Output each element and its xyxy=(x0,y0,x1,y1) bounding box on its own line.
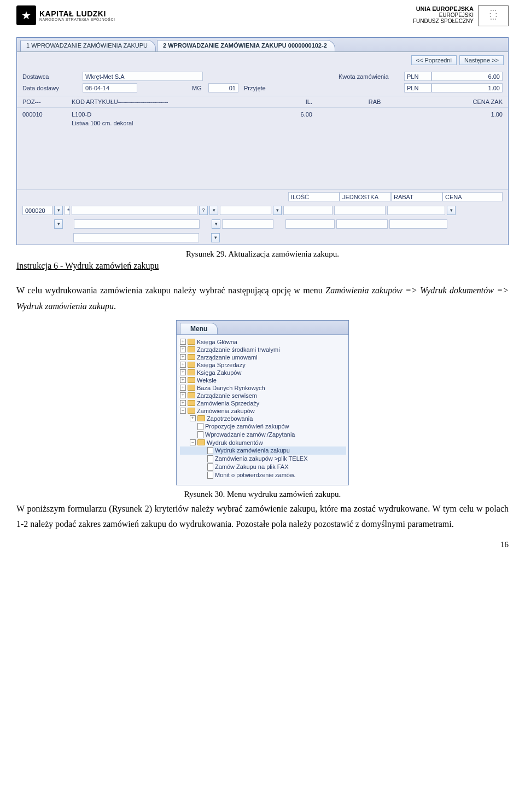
entry-ilosc2[interactable] xyxy=(222,219,273,229)
tree-item[interactable]: +Zarządzanie serwisem xyxy=(180,392,346,399)
next-button[interactable]: Następne >> xyxy=(459,55,504,65)
expand-icon[interactable]: + xyxy=(180,339,186,345)
label-przyjete: Przyjęte xyxy=(244,85,279,91)
field-data-dostawy[interactable]: 08-04-14 xyxy=(83,83,137,92)
expand-icon[interactable]: + xyxy=(180,400,186,406)
tree-item[interactable]: +Baza Danych Rynkowych xyxy=(180,384,346,392)
order-form-screenshot: 1 WPROWADZANIE ZAMÓWIENIA ZAKUPU 2 WPROW… xyxy=(16,37,509,245)
col-cena: CENA ZAK xyxy=(437,98,503,105)
tree-item[interactable]: Wprowadzanie zamów./Zapytania xyxy=(180,431,346,439)
table-row[interactable]: 000010 L100-D 6.00 1.00 xyxy=(22,110,503,119)
entry-rabat2[interactable] xyxy=(336,219,388,229)
expand-icon[interactable]: + xyxy=(180,362,186,368)
dropdown-icon[interactable]: ▾ xyxy=(54,219,63,229)
cell-poz: 000010 xyxy=(22,111,72,118)
tree-label: Zarządzanie środkami trwałymi xyxy=(197,346,280,353)
dropdown-icon[interactable]: ▾ xyxy=(211,233,220,242)
expand-icon[interactable]: + xyxy=(180,377,186,383)
dropdown-icon[interactable]: ▾ xyxy=(447,206,456,215)
dropdown-icon[interactable]: ▾ xyxy=(54,206,63,215)
expand-icon[interactable]: + xyxy=(180,369,186,375)
entry-headers: ILOŚĆ JEDNOSTKA RABAT CENA xyxy=(17,190,508,204)
tree-item[interactable]: Zamów Zakupu na plik FAX xyxy=(180,463,346,471)
entry-jednostka2[interactable] xyxy=(285,219,335,229)
entry-rabat[interactable] xyxy=(334,206,386,215)
tree-label: Księga Główna xyxy=(197,339,237,345)
expand-icon[interactable]: + xyxy=(180,392,186,398)
kl-title: KAPITAŁ LUDZKI xyxy=(39,10,115,18)
tree-item[interactable]: +Księga Zakupów xyxy=(180,369,346,376)
help-icon[interactable]: ? xyxy=(199,206,208,215)
tree-item[interactable]: +Zarządzanie środkami trwałymi xyxy=(180,346,346,353)
file-icon xyxy=(197,423,203,430)
paragraph-1: W celu wydrukowania zamówienia zakupu na… xyxy=(16,283,509,315)
entry-text2[interactable] xyxy=(74,219,200,229)
entry-num[interactable]: 000020 xyxy=(22,206,52,215)
tree-label: Zapotrzebowania xyxy=(207,415,253,422)
tree-item[interactable]: +Zapotrzebowania xyxy=(180,415,346,422)
field-amount1: 6.00 xyxy=(431,72,503,81)
tree-item[interactable]: +Księga Sprzedaży xyxy=(180,361,346,369)
tree-label: Zarządzanie umowami xyxy=(197,354,258,361)
tree-item-selected[interactable]: Wydruk zamówienia zakupu xyxy=(180,446,346,455)
dropdown-icon[interactable]: ▾ xyxy=(273,206,282,215)
tree-label: Monit o potwierdzenie zamów. xyxy=(215,472,295,478)
tree-item[interactable]: Zamówienia zakupów >plik TELEX xyxy=(180,455,346,463)
entry-row-3: ▾ xyxy=(17,231,508,245)
entry-text3[interactable] xyxy=(73,233,199,242)
file-icon xyxy=(207,472,213,479)
entry-text[interactable] xyxy=(72,206,197,215)
head-cena: CENA xyxy=(442,192,503,201)
label-dostawca: Dostawca xyxy=(22,73,83,80)
collapse-icon[interactable]: − xyxy=(180,408,186,414)
entry-star[interactable]: * xyxy=(65,206,70,215)
entry-cena[interactable] xyxy=(387,206,445,215)
para1-part-a: W celu wydrukowania zamówienia zakupu na… xyxy=(16,286,325,295)
tree-item[interactable]: +Zarządzanie umowami xyxy=(180,353,346,361)
tree-label: Księga Sprzedaży xyxy=(197,362,246,368)
figure-caption-29: Rysunek 29. Aktualizacja zamówienia zaku… xyxy=(16,250,509,259)
table-row-desc: Listwa 100 cm. dekoral xyxy=(22,119,503,127)
folder-icon xyxy=(188,354,195,360)
col-rab: RAB xyxy=(312,98,437,105)
tree-item[interactable]: Monit o potwierdzenie zamów. xyxy=(180,471,346,479)
collapse-icon[interactable]: − xyxy=(190,439,196,445)
col-kod: KOD ARTYKUŁU------------------------- xyxy=(72,98,258,105)
entry-jednostka[interactable] xyxy=(283,206,332,215)
tree-item[interactable]: +Weksle xyxy=(180,376,346,384)
tree-item[interactable]: −Wydruk dokumentów xyxy=(180,439,346,446)
section-heading: Instrukcja 6 - Wydruk zamówień zakupu xyxy=(16,261,509,271)
folder-icon xyxy=(197,439,205,445)
tree-label: Weksle xyxy=(197,377,217,384)
field-mg[interactable]: 01 xyxy=(208,83,238,92)
expand-icon[interactable]: + xyxy=(190,415,196,421)
field-dostawca[interactable]: Wkręt-Met S.A xyxy=(83,72,203,81)
tree-label: Księga Zakupów xyxy=(197,369,241,376)
folder-icon xyxy=(197,415,205,421)
file-icon xyxy=(207,463,213,471)
tree-item[interactable]: Propozycje zamówień zakupów xyxy=(180,422,346,431)
folder-icon xyxy=(188,362,195,368)
expand-icon[interactable]: + xyxy=(180,354,186,360)
eu-line3: FUNDUSZ SPOŁECZNY xyxy=(413,18,474,24)
prev-button[interactable]: << Poprzedni xyxy=(411,55,457,65)
field-pln1: PLN xyxy=(404,72,431,81)
cell-il: 6.00 xyxy=(258,111,312,118)
tree-item[interactable]: −Zamówienia zakupów xyxy=(180,407,346,415)
tree-label: Zamówienia zakupów >plik TELEX xyxy=(215,455,307,462)
tab-1[interactable]: 1 WPROWADZANIE ZAMÓWIENIA ZAKUPU xyxy=(20,40,156,51)
entry-ilosc[interactable] xyxy=(220,206,271,215)
expand-icon[interactable]: + xyxy=(180,346,186,352)
entry-cena2[interactable] xyxy=(389,219,447,229)
dropdown-icon[interactable]: ▾ xyxy=(209,206,218,215)
col-il: IL. xyxy=(258,98,312,105)
field-amount2: 1.00 xyxy=(431,83,503,92)
tree-label: Wydruk zamówienia zakupu xyxy=(215,447,290,454)
dropdown-icon[interactable]: ▾ xyxy=(212,219,220,229)
cell-cena: 1.00 xyxy=(437,111,503,118)
tree-item[interactable]: +Księga Główna xyxy=(180,338,346,346)
tab-2[interactable]: 2 WPROWADZANIE ZAMÓWIENIA ZAKUPU 0000000… xyxy=(157,40,335,51)
tree-item[interactable]: +Zamówienia Sprzedaży xyxy=(180,399,346,407)
expand-icon[interactable]: + xyxy=(180,385,186,391)
menu-tab[interactable]: Menu xyxy=(180,323,218,334)
